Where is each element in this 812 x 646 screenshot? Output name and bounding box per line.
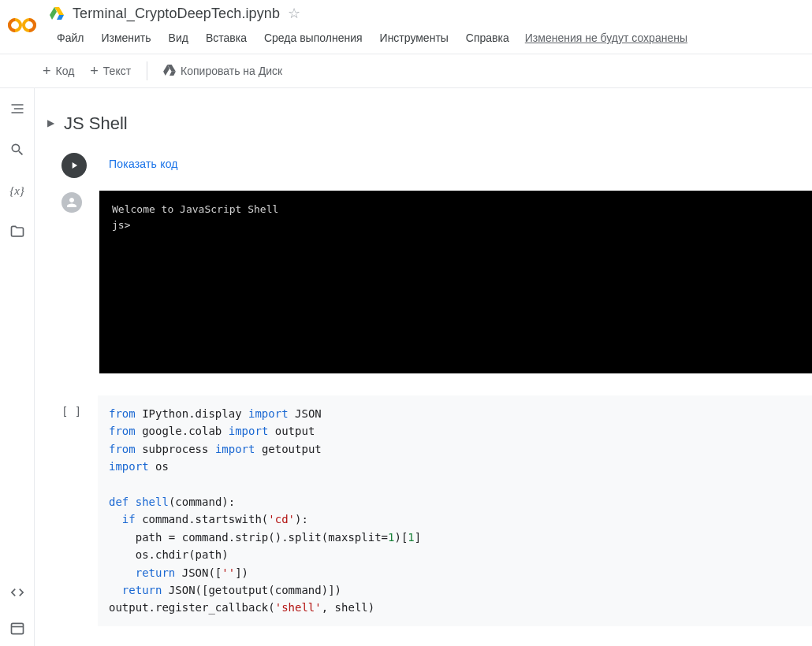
copy-to-drive-button[interactable]: Копировать на Диск — [155, 60, 290, 83]
files-icon[interactable] — [8, 222, 27, 241]
header-main: Terminal_CryptoDeepTech.ipynb ☆ Файл Изм… — [49, 5, 806, 54]
star-icon[interactable]: ☆ — [288, 5, 300, 22]
user-avatar-icon — [61, 192, 82, 213]
menu-runtime[interactable]: Среда выполнения — [256, 28, 371, 47]
left-rail: {x} — [0, 88, 35, 646]
menu-insert[interactable]: Вставка — [198, 28, 255, 47]
add-text-label: Текст — [103, 65, 131, 77]
menu-tools[interactable]: Инструменты — [372, 28, 456, 47]
menu-file[interactable]: Файл — [49, 28, 91, 47]
svg-marker-6 — [169, 71, 176, 75]
section-title: JS Shell — [64, 113, 128, 134]
drive-icon — [49, 6, 65, 21]
add-code-button[interactable]: + Код — [35, 59, 82, 83]
add-code-label: Код — [56, 65, 75, 77]
section-header: ▶ JS Shell — [35, 91, 812, 134]
svg-marker-3 — [57, 15, 64, 20]
cell-output-row: Welcome to JavaScript Shell js> — [35, 178, 812, 373]
svg-rect-8 — [11, 623, 23, 633]
document-title[interactable]: Terminal_CryptoDeepTech.ipynb — [73, 6, 280, 22]
toolbar: + Код + Текст Копировать на Диск — [0, 54, 812, 88]
code-editor[interactable]: from IPython.display import JSON from go… — [98, 395, 812, 626]
body: {x} ▶ JS Shell Показать код — [0, 88, 812, 646]
show-code-link[interactable]: Показать код — [109, 153, 178, 170]
collapse-caret-icon[interactable]: ▶ — [47, 117, 54, 128]
toc-icon[interactable] — [8, 99, 27, 118]
menu-bar: Файл Изменить Вид Вставка Среда выполнен… — [49, 24, 806, 54]
add-text-button[interactable]: + Текст — [82, 59, 139, 83]
search-icon[interactable] — [8, 140, 27, 159]
header: Terminal_CryptoDeepTech.ipynb ☆ Файл Изм… — [0, 0, 812, 54]
drive-icon — [163, 65, 176, 78]
colab-logo[interactable] — [6, 9, 38, 41]
run-button[interactable] — [61, 153, 87, 178]
save-status[interactable]: Изменения не будут сохранены — [525, 32, 687, 44]
terminal-icon[interactable] — [8, 619, 27, 638]
menu-view[interactable]: Вид — [161, 28, 196, 47]
plus-icon: + — [43, 64, 51, 78]
toolbar-separator — [147, 61, 147, 80]
menu-help[interactable]: Справка — [458, 28, 517, 47]
copy-to-drive-label: Копировать на Диск — [181, 65, 282, 77]
plus-icon: + — [90, 64, 99, 78]
code-snippets-icon[interactable] — [8, 583, 27, 602]
terminal-line: js> — [112, 219, 130, 231]
variables-icon[interactable]: {x} — [8, 181, 27, 200]
title-row: Terminal_CryptoDeepTech.ipynb ☆ — [49, 5, 806, 22]
cell-hidden-code: Показать код — [35, 134, 812, 178]
notebook-content: ▶ JS Shell Показать код Welcome to JavaS… — [35, 88, 812, 646]
menu-edit[interactable]: Изменить — [93, 28, 158, 47]
terminal-line: Welcome to JavaScript Shell — [112, 203, 278, 215]
code-cell: [ ] from IPython.display import JSON fro… — [61, 395, 812, 626]
cell-execution-count: [ ] — [61, 395, 85, 626]
terminal-output[interactable]: Welcome to JavaScript Shell js> — [99, 191, 812, 373]
